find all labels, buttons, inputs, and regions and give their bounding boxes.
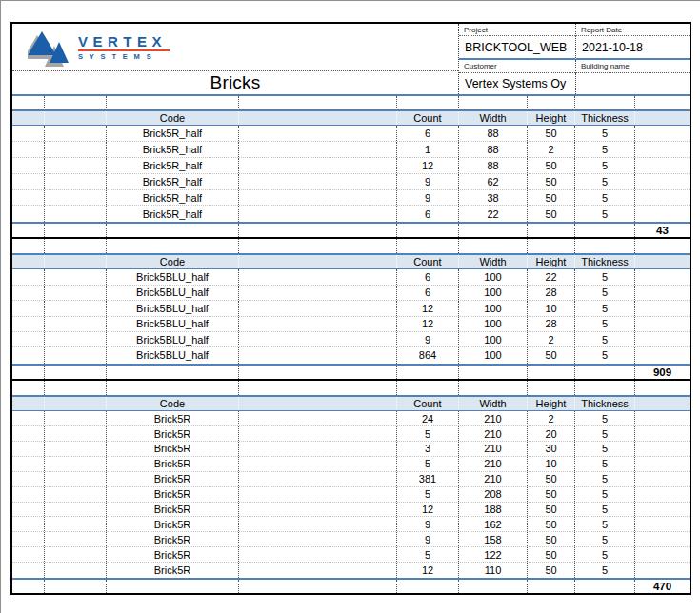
table-total-row: 909 <box>12 364 690 381</box>
empty-cell <box>634 532 690 546</box>
empty-cell <box>634 347 690 363</box>
thickness-cell: 5 <box>574 142 634 157</box>
empty-cell <box>44 487 106 502</box>
empty-cell <box>238 426 396 441</box>
empty-cell <box>238 111 396 125</box>
height-cell: 10 <box>527 301 574 315</box>
empty-cell <box>44 111 106 125</box>
thickness-cell: 5 <box>574 332 634 346</box>
height-cell: 50 <box>527 472 574 486</box>
empty-cell <box>238 366 396 379</box>
code-cell: Brick5R_half <box>106 206 238 222</box>
table-total-row: 43 <box>12 222 690 239</box>
empty-cell <box>238 224 396 237</box>
empty-cell <box>458 224 527 237</box>
table-row: Brick5BLU_half864100505 <box>12 347 690 363</box>
empty-cell <box>634 442 690 456</box>
empty-cell <box>12 442 44 456</box>
width-cell: 210 <box>458 411 527 425</box>
empty-cell <box>106 224 238 237</box>
empty-cell <box>458 96 527 109</box>
height-cell: 2 <box>527 142 574 157</box>
empty-cell <box>574 580 634 593</box>
empty-cell <box>238 96 396 109</box>
empty-cell <box>238 442 396 456</box>
width-cell: 110 <box>458 563 527 578</box>
table-row: Brick5R_half1288505 <box>12 158 690 174</box>
empty-cell <box>12 174 44 189</box>
code-cell: Brick5R <box>106 411 238 425</box>
empty-cell <box>238 269 396 284</box>
empty-cell <box>44 472 106 486</box>
empty-cell <box>44 580 106 593</box>
empty-cell <box>634 411 690 425</box>
bricks-table: Code Count Width Height Thickness Brick5… <box>12 109 690 239</box>
empty-cell <box>12 269 44 284</box>
column-header-height: Height <box>527 111 574 125</box>
count-cell: 12 <box>396 563 458 578</box>
empty-cell <box>238 332 396 346</box>
height-cell: 22 <box>527 269 574 284</box>
table-row: Brick5R5122505 <box>12 547 690 563</box>
empty-cell <box>12 347 44 363</box>
count-cell: 9 <box>396 517 458 531</box>
empty-cell <box>44 332 106 346</box>
empty-cell <box>396 239 458 253</box>
width-cell: 100 <box>458 301 527 315</box>
empty-cell <box>238 174 396 189</box>
empty-cell <box>12 517 44 531</box>
height-cell: 50 <box>527 517 574 531</box>
height-cell: 30 <box>527 442 574 456</box>
empty-cell <box>12 487 44 502</box>
thickness-cell: 5 <box>574 158 634 173</box>
empty-cell <box>238 190 396 206</box>
height-cell: 10 <box>527 457 574 471</box>
column-header-code: Code <box>106 397 238 410</box>
table-row: Brick5R5208505 <box>12 487 690 503</box>
width-cell: 100 <box>458 347 527 363</box>
table-total-row: 470 <box>12 578 690 595</box>
code-cell: Brick5R <box>106 563 238 578</box>
meta-area: Project Report Date BRICKTOOL_WEB 2021-1… <box>458 24 690 94</box>
empty-cell <box>527 366 574 379</box>
empty-cell <box>634 301 690 315</box>
empty-cell <box>634 317 690 331</box>
empty-cell <box>634 487 690 502</box>
empty-cell <box>12 96 44 109</box>
table-total-value: 470 <box>634 580 690 593</box>
count-cell: 9 <box>396 190 458 206</box>
brand-red-rule <box>78 49 170 51</box>
empty-cell <box>12 580 44 593</box>
width-cell: 38 <box>458 190 527 206</box>
empty-cell <box>44 255 106 268</box>
empty-cell <box>527 96 574 109</box>
spacer-row <box>12 381 690 396</box>
empty-cell <box>12 111 44 125</box>
height-cell: 2 <box>527 332 574 346</box>
empty-cell <box>238 255 396 268</box>
empty-cell <box>106 366 238 379</box>
empty-cell <box>12 547 44 562</box>
empty-cell <box>527 239 574 253</box>
empty-cell <box>238 347 396 363</box>
empty-cell <box>44 457 106 471</box>
column-header-height: Height <box>527 255 574 268</box>
empty-cell <box>238 547 396 562</box>
empty-cell <box>238 286 396 300</box>
code-cell: Brick5BLU_half <box>106 332 238 346</box>
code-cell: Brick5R_half <box>106 126 238 141</box>
building-name-value <box>575 73 690 94</box>
count-cell: 864 <box>396 347 458 363</box>
code-cell: Brick5R <box>106 426 238 441</box>
empty-cell <box>106 381 238 396</box>
column-header-thickness: Thickness <box>574 255 634 268</box>
width-cell: 100 <box>458 269 527 284</box>
empty-cell <box>458 381 527 396</box>
table-row: Brick5R3210305 <box>12 442 690 457</box>
width-cell: 100 <box>458 317 527 331</box>
empty-cell <box>634 397 690 410</box>
empty-cell <box>238 206 396 222</box>
empty-cell <box>12 206 44 222</box>
column-header-thickness: Thickness <box>574 111 634 125</box>
empty-cell <box>12 366 44 379</box>
